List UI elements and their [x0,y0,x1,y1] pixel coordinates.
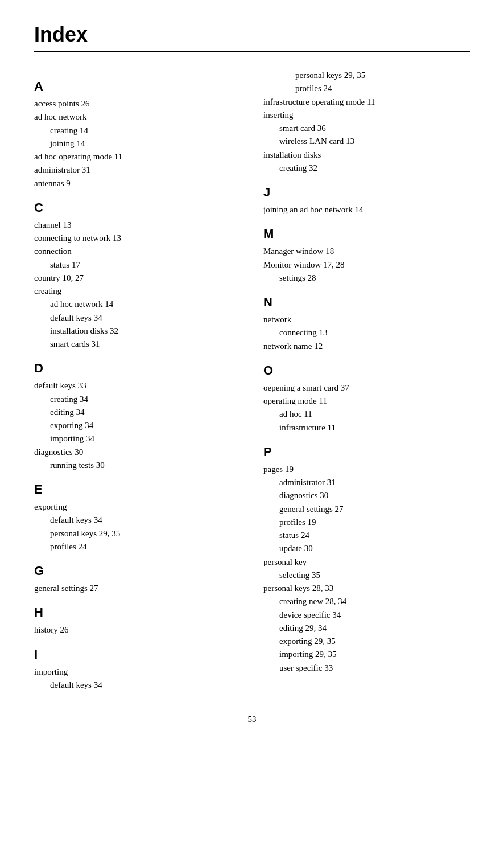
index-entry: settings 28 [263,272,470,285]
index-entry: infrastructure operating mode 11 [263,96,470,109]
index-entry: smart cards 31 [34,338,241,351]
index-entry: Manager window 18 [263,245,470,258]
index-entry: creating 14 [34,124,241,137]
index-entry: profiles 19 [263,516,470,529]
index-letter: I [34,647,241,662]
index-entry: wireless LAN card 13 [263,135,470,148]
index-letter: N [263,295,470,310]
index-entry: status 17 [34,258,241,272]
index-entry: administrator 31 [263,476,470,489]
index-entry: status 24 [263,529,470,542]
left-column: Aaccess points 26ad hoc networkcreating … [34,69,252,692]
index-entry: default keys 33 [34,379,241,392]
index-entry: general settings 27 [263,503,470,516]
index-entry: operating mode 11 [263,395,470,408]
index-letter: C [34,200,241,215]
index-entry: history 26 [34,623,241,637]
index-entry: connecting 13 [263,326,470,339]
index-entry: editing 29, 34 [263,622,470,635]
index-letter: J [263,185,470,200]
index-entry: importing [34,666,241,679]
index-entry: device specific 34 [263,609,470,622]
index-letter: E [34,482,241,497]
index-letter: D [34,361,241,376]
index-entry: exporting 34 [34,419,241,432]
index-entry: diagnostics 30 [263,489,470,502]
index-entry: infrastructure 11 [263,421,470,434]
index-letter: O [263,363,470,378]
index-entry: importing 34 [34,432,241,445]
index-entry: default keys 34 [34,679,241,692]
index-entry: importing 29, 35 [263,648,470,661]
index-letter: H [34,605,241,620]
index-entry: installation disks [263,149,470,162]
index-content: Aaccess points 26ad hoc networkcreating … [34,69,470,692]
index-entry: exporting [34,500,241,514]
index-entry: inserting [263,109,470,122]
index-entry: creating 32 [263,162,470,175]
index-entry: default keys 34 [34,311,241,325]
index-entry: access points 26 [34,97,241,110]
index-letter: P [263,445,470,459]
index-entry: selecting 35 [263,569,470,582]
index-letter: A [34,79,241,94]
index-entry: personal keys 29, 35 [34,527,241,540]
index-entry: profiles 24 [34,540,241,553]
index-entry: ad hoc network [34,110,241,124]
page-number: 53 [34,715,470,724]
right-column: personal keys 29, 35profiles 24infrastru… [252,69,470,692]
index-entry: editing 34 [34,406,241,419]
index-entry: personal key [263,556,470,569]
index-letter: G [34,564,241,578]
index-entry: joining 14 [34,137,241,150]
index-entry: profiles 24 [263,82,470,95]
index-entry: oepening a smart card 37 [263,381,470,395]
index-entry: antennas 9 [34,177,241,190]
index-entry: creating [34,285,241,298]
title-divider [34,51,470,52]
index-entry: network [263,313,470,326]
index-entry: running tests 30 [34,459,241,472]
index-entry: personal keys 29, 35 [263,69,470,82]
index-entry: diagnostics 30 [34,446,241,459]
index-entry: Monitor window 17, 28 [263,258,470,272]
index-entry: smart card 36 [263,122,470,135]
index-entry: pages 19 [263,463,470,476]
index-entry: personal keys 28, 33 [263,582,470,595]
index-entry: country 10, 27 [34,272,241,285]
index-entry: connecting to network 13 [34,232,241,245]
index-entry: user specific 33 [263,662,470,675]
index-entry: general settings 27 [34,582,241,595]
index-entry: exporting 29, 35 [263,635,470,648]
index-entry: update 30 [263,542,470,555]
index-entry: creating 34 [34,393,241,406]
index-entry: creating new 28, 34 [263,595,470,608]
index-entry: installation disks 32 [34,325,241,338]
index-entry: ad hoc operating mode 11 [34,150,241,163]
index-entry: ad hoc network 14 [34,298,241,311]
page-title: Index [34,23,470,47]
index-entry: ad hoc 11 [263,408,470,421]
index-entry: network name 12 [263,340,470,353]
index-entry: administrator 31 [34,163,241,176]
index-letter: M [263,227,470,241]
index-entry: joining an ad hoc network 14 [263,203,470,216]
index-entry: channel 13 [34,219,241,232]
index-entry: default keys 34 [34,514,241,527]
index-entry: connection [34,245,241,258]
